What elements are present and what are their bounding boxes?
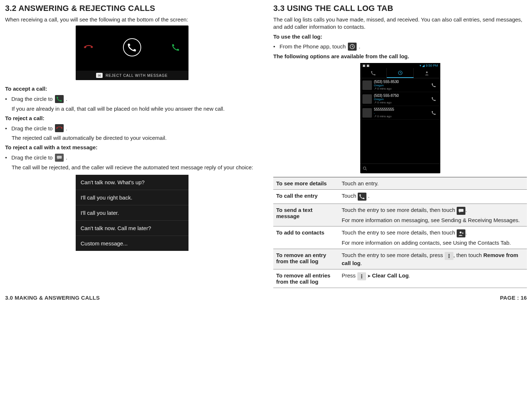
call-back-icon bbox=[432, 111, 438, 115]
reject-msg-note: The call will be rejected, and the calle… bbox=[12, 164, 259, 171]
tab-dialer bbox=[360, 68, 387, 78]
quick-reply-list: Can't talk now. What's up? I'll call you… bbox=[76, 175, 188, 251]
page-footer: 3.0 MAKING & ANSWERING CALLS PAGE : 16 bbox=[5, 295, 527, 301]
call-log-entries: (503) 555-8530Oregon↗ 0 mins ago(503) 55… bbox=[360, 78, 440, 120]
options-row: To send a text messageTouch the entry to… bbox=[273, 204, 527, 226]
call-entry-sub: Oregon bbox=[374, 98, 429, 101]
phone-answer-icon bbox=[55, 95, 64, 103]
options-row-key: To send a text message bbox=[273, 204, 339, 226]
add-contact-icon bbox=[457, 229, 465, 237]
call-entry-number: (503) 555-8530 bbox=[374, 80, 429, 84]
phone-decline-icon bbox=[83, 42, 94, 53]
call-back-icon bbox=[432, 83, 438, 87]
call-log-entry: (503) 555-8530Oregon↗ 0 mins ago bbox=[360, 78, 440, 92]
bullet-dot bbox=[5, 154, 9, 161]
tab-contacts bbox=[414, 68, 440, 78]
options-row-key: To remove an entry from the call log bbox=[273, 249, 339, 269]
options-row: To add to contactsTouch the entry to see… bbox=[273, 226, 527, 249]
accept-note: If you are already in a call, that call … bbox=[12, 105, 259, 113]
use-call-log-line: From the Phone app, touch bbox=[279, 43, 346, 50]
incoming-call-ring bbox=[123, 38, 141, 56]
reject-bar-text: REJECT CALL WITH MESSAGE bbox=[106, 74, 168, 78]
bullet-dot bbox=[5, 96, 9, 102]
phone-decline-icon bbox=[55, 124, 64, 132]
quick-reply-item: Custom message... bbox=[76, 236, 188, 251]
accept-line: Drag the circle to bbox=[11, 96, 52, 102]
section-heading-3-2: 3.2 ANSWERING & REJECTING CALLS bbox=[5, 4, 259, 13]
status-bar: ▣ ▣ ▾ ◢ 9:50 PM bbox=[360, 63, 440, 68]
options-row-extra: For more information on messaging, see S… bbox=[342, 217, 524, 223]
overflow-menu-icon bbox=[357, 272, 366, 280]
status-left: ▣ ▣ bbox=[362, 64, 370, 67]
options-row: To call the entryTouch . bbox=[273, 190, 527, 204]
call-log-entry: (503) 555-8750Oregon↗ 0 mins ago bbox=[360, 92, 440, 106]
overflow-menu-icon bbox=[445, 252, 453, 260]
call-entry-number: (503) 555-8750 bbox=[374, 94, 429, 98]
footer-breadcrumb: 3.0 MAKING & ANSWERING CALLS bbox=[5, 295, 100, 301]
footer-page-number: PAGE : 16 bbox=[500, 295, 527, 301]
accept-title: To accept a call: bbox=[5, 85, 259, 92]
quick-reply-item: I'll call you later. bbox=[76, 205, 188, 221]
accept-bullet: Drag the circle to . bbox=[5, 95, 259, 103]
options-row: To remove an entry from the call logTouc… bbox=[273, 249, 527, 269]
avatar bbox=[362, 80, 372, 90]
section-heading-3-3: 3.3 USING THE CALL LOG TAB bbox=[273, 4, 527, 13]
reject-title: To reject a call: bbox=[5, 115, 259, 122]
use-call-log-title: To use the call log: bbox=[273, 33, 527, 40]
call-entry-time: ↗ 0 mins ago bbox=[374, 101, 429, 104]
call-entry-sub: Oregon bbox=[374, 84, 429, 87]
avatar bbox=[362, 94, 372, 104]
options-row-value: Touch the entry to see more details, the… bbox=[339, 204, 527, 226]
bullet-dot bbox=[5, 125, 9, 131]
reject-msg-bullet: Drag the circle to . bbox=[5, 154, 259, 162]
call-log-options-table: To see more detailsTouch an entry.To cal… bbox=[273, 177, 527, 288]
call-entry-info: 5555555555-↗ 0 mins ago bbox=[374, 107, 429, 118]
left-column: 3.2 ANSWERING & REJECTING CALLS When rec… bbox=[5, 4, 259, 288]
options-row: To remove all entries from the call logP… bbox=[273, 269, 527, 288]
options-row-key: To call the entry bbox=[273, 190, 339, 204]
clock-icon bbox=[348, 43, 357, 51]
reject-bullet: Drag the circle to . bbox=[5, 124, 259, 132]
call-log-empty-space bbox=[360, 120, 440, 163]
available-options-title: The following options are available from… bbox=[273, 53, 527, 60]
options-row-key: To see more details bbox=[273, 177, 339, 190]
quick-reply-item: I'll call you right back. bbox=[76, 190, 188, 205]
options-row-value: Touch an entry. bbox=[339, 177, 527, 190]
status-time: ▾ ◢ 9:50 PM bbox=[420, 64, 438, 67]
call-entry-sub: - bbox=[374, 111, 429, 115]
phone-answer-icon bbox=[172, 43, 180, 51]
call-entry-number: 5555555555 bbox=[374, 107, 429, 111]
call-back-icon bbox=[432, 97, 438, 101]
options-row-value: Touch . bbox=[339, 190, 527, 204]
call-entry-info: (503) 555-8750Oregon↗ 0 mins ago bbox=[374, 94, 429, 104]
incoming-call-screenshot: ✉ REJECT CALL WITH MESSAGE bbox=[76, 25, 188, 80]
message-icon bbox=[457, 207, 465, 215]
right-column: 3.3 USING THE CALL LOG TAB The call log … bbox=[273, 4, 527, 288]
search-icon bbox=[360, 163, 440, 173]
call-log-entry: 5555555555-↗ 0 mins ago bbox=[360, 106, 440, 120]
use-call-log-bullet: From the Phone app, touch . bbox=[273, 43, 527, 51]
options-row-value: Touch the entry to see more details, pre… bbox=[339, 249, 527, 269]
call-log-intro: The call log lists calls you have made, … bbox=[273, 16, 527, 31]
options-row-extra: For more information on adding contacts,… bbox=[342, 240, 524, 246]
message-icon bbox=[55, 154, 64, 162]
options-row-action: Clear Call Log bbox=[372, 272, 409, 279]
intro-text: When receiving a call, you will see the … bbox=[5, 16, 259, 23]
call-log-screenshot: ▣ ▣ ▾ ◢ 9:50 PM (503) 555-8530Oregon↗ 0 … bbox=[360, 63, 440, 173]
tab-recent bbox=[387, 68, 414, 78]
options-row-key: To add to contacts bbox=[273, 226, 339, 249]
options-row: To see more detailsTouch an entry. bbox=[273, 177, 527, 190]
reject-with-message-bar: ✉ REJECT CALL WITH MESSAGE bbox=[76, 71, 188, 80]
options-row-value: Touch the entry to see more details, the… bbox=[339, 226, 527, 249]
options-row-key: To remove all entries from the call log bbox=[273, 269, 339, 288]
call-entry-time: ↗ 0 mins ago bbox=[374, 115, 429, 118]
avatar bbox=[362, 108, 372, 118]
reject-msg-line: Drag the circle to bbox=[11, 154, 52, 161]
phone-icon bbox=[358, 193, 366, 201]
options-row-value: Press Clear Call Log. bbox=[339, 269, 527, 288]
call-entry-time: ↗ 0 mins ago bbox=[374, 87, 429, 90]
reject-note: The rejected call will automatically be … bbox=[12, 134, 259, 142]
reject-line: Drag the circle to bbox=[11, 125, 52, 131]
message-icon: ✉ bbox=[96, 73, 103, 78]
call-log-tabs bbox=[360, 68, 440, 78]
